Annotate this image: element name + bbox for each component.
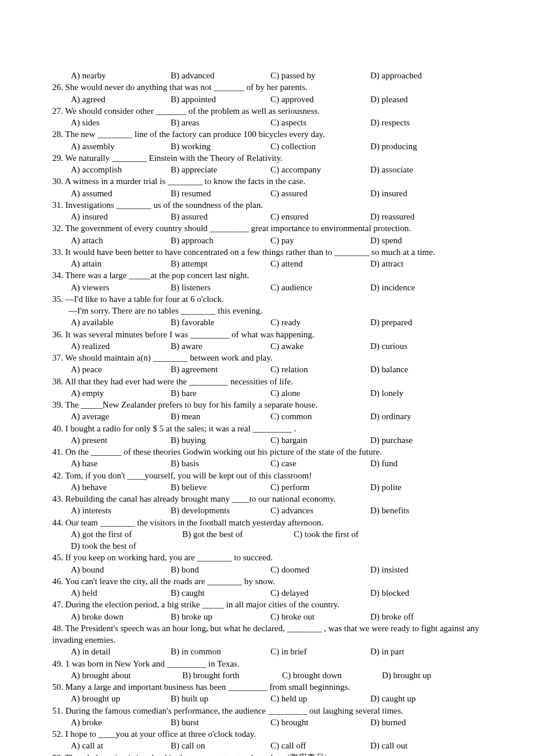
option: C) held up: [270, 693, 370, 704]
option: B) broke up: [171, 611, 270, 622]
option: D) producing: [370, 141, 470, 152]
question-text: 31. Investigations ________ us of the so…: [52, 199, 482, 211]
option: A) brought about: [71, 669, 182, 681]
option: A) empty: [71, 387, 171, 399]
option: D) in part: [370, 646, 470, 657]
question-text: 30. A witness in a murder trial is _____…: [52, 175, 482, 187]
question-text: 51. During the famous comedian's perform…: [52, 705, 482, 717]
option: D) incidence: [370, 282, 470, 293]
options-row: A) agreedB) appointedC) approvedD) pleas…: [52, 93, 482, 105]
option: D) approached: [370, 70, 470, 81]
option: C) pay: [270, 235, 370, 246]
option: A) interests: [71, 505, 171, 516]
question-text: 42. Tom, if you don't ____yourself, you …: [52, 470, 482, 481]
option: B) mean: [171, 411, 270, 422]
option: D) caught up: [370, 693, 470, 704]
question-text: 52. I hope to ____you at your office at …: [52, 728, 482, 740]
question-text: 29. We naturally ________ Einstein with …: [52, 152, 482, 164]
question-text: 37. We should maintain a(n) ________ bet…: [52, 352, 482, 363]
option: D) prepared: [370, 316, 470, 328]
option: B) appointed: [171, 93, 270, 105]
options-row: A) broke downB) broke upC) broke outD) b…: [52, 611, 482, 622]
question-text-line2: —I'm sorry. There are no tables ________…: [52, 305, 482, 316]
option: B) believe: [171, 481, 270, 493]
options-row: A) sidesB) areasC) aspectsD) respects: [52, 117, 482, 128]
option: B) attempt: [171, 258, 270, 269]
option: C) brought: [270, 717, 370, 728]
option: D) took the best of: [71, 540, 182, 552]
option: A) attach: [71, 235, 171, 246]
question-text: 26. She would never do anything that was…: [52, 81, 482, 93]
question-text: 46. You can't leave the city, all the ro…: [52, 575, 482, 587]
option: C) advances: [270, 505, 370, 516]
option: A) base: [71, 458, 171, 469]
option: A) got the first of: [71, 528, 182, 540]
option: D) blocked: [370, 587, 470, 599]
option: C) assured: [270, 188, 370, 199]
option: D) call out: [370, 740, 470, 751]
option: B) working: [171, 141, 270, 152]
option: D) benefits: [370, 505, 470, 516]
option: A) sides: [71, 117, 171, 128]
option: B) resumed: [171, 188, 270, 199]
option: D) lonely: [370, 387, 470, 399]
option: B) assured: [171, 211, 270, 222]
option: C) attend: [270, 258, 370, 269]
option: C) common: [270, 411, 370, 422]
option: A) nearby: [71, 70, 171, 81]
options-row: A) brought aboutB) brought forthC) broug…: [52, 669, 482, 681]
option: D) insured: [370, 188, 470, 199]
option: B) bond: [171, 564, 270, 575]
question-text: 44. Our team ________ the visitors in th…: [52, 517, 482, 528]
option: B) appreciate: [171, 164, 270, 175]
option: C) passed by: [270, 70, 370, 81]
option: D) insisted: [370, 564, 470, 575]
option: D) broke off: [370, 611, 470, 622]
option: B) call on: [171, 740, 270, 751]
question-text: 47. During the election period, a big st…: [52, 599, 482, 610]
options-row: A) boundB) bondC) doomedD) insisted: [52, 564, 482, 575]
option: A) insured: [71, 211, 171, 222]
question-text: 43. Rebuilding the canal has already bro…: [52, 493, 482, 505]
option: B) brought forth: [182, 669, 282, 681]
option: C) call off: [270, 740, 370, 751]
option: C) in brief: [270, 646, 370, 657]
option: A) in detail: [71, 646, 171, 657]
option: C) alone: [270, 387, 370, 399]
option: B) listeners: [171, 282, 270, 293]
option: A) held: [71, 587, 171, 599]
option: A) realized: [71, 340, 171, 352]
option: A) agreed: [71, 93, 171, 105]
option: A) viewers: [71, 282, 171, 293]
options-row: A) assumedB) resumedC) assuredD) insured: [52, 188, 482, 199]
option: C) took the first of: [294, 528, 405, 540]
options-row: A) in detailB) in commonC) in briefD) in…: [52, 646, 482, 657]
options-row: A) attainB) attemptC) attendD) attract: [52, 258, 482, 269]
question-text: 32. The government of every country shou…: [52, 222, 482, 234]
options-row: A) brought upB) built upC) held upD) cau…: [52, 693, 482, 704]
option: C) awake: [270, 340, 370, 352]
option: B) aware: [171, 340, 270, 352]
question-text: 38. All that they had ever had were the …: [52, 376, 482, 387]
option: C) relation: [270, 363, 370, 375]
option: C) ready: [270, 316, 370, 328]
option: A) behave: [71, 481, 171, 493]
question-text: 39. The _____New Zealander prefers to bu…: [52, 399, 482, 411]
options-row: A) availableB) favorableC) readyD) prepa…: [52, 316, 482, 328]
question-text: 27. We should consider other _______ of …: [52, 105, 482, 117]
question-text: 36. It was several minutes before I was …: [52, 329, 482, 340]
question-text: 49. 1 was born in New York and _________…: [52, 658, 482, 669]
option: C) audience: [270, 282, 370, 293]
option: D) balance: [370, 363, 470, 375]
options-row: A) behaveB) believeC) performD) polite: [52, 481, 482, 493]
option: A) average: [71, 411, 171, 422]
option: D) fund: [370, 458, 470, 469]
option: D) associate: [370, 164, 470, 175]
option: C) aspects: [270, 117, 370, 128]
option: D) respects: [370, 117, 470, 128]
option: A) assembly: [71, 141, 171, 152]
option: B) advanced: [171, 70, 270, 81]
option: A) brought up: [71, 693, 171, 704]
options-row: A) accomplishB) appreciateC) accompanyD)…: [52, 164, 482, 175]
option: D) ordinary: [370, 411, 470, 422]
